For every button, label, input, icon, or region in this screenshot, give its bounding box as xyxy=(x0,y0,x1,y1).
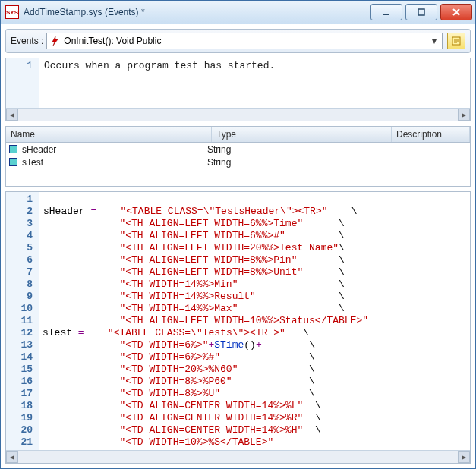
line-number: 4 xyxy=(6,230,33,242)
code-line[interactable]: "<TD WIDTH=8%>%P60" \ xyxy=(43,376,467,388)
minimize-button[interactable] xyxy=(370,4,402,20)
line-number: 16 xyxy=(6,376,33,388)
variable-table: Name Type Description sHeaderStringsTest… xyxy=(5,126,471,187)
code-line[interactable]: "<TH WIDTH=14%%>Max" \ xyxy=(43,303,467,315)
table-row[interactable]: sTestString xyxy=(6,156,470,168)
code-line[interactable]: "<TH ALIGN=LEFT WIDTH=8%%>Pin" \ xyxy=(43,254,467,266)
code-line[interactable]: "<TD WIDTH=20%>%N60" \ xyxy=(43,364,467,376)
code-line[interactable]: "<TH ALIGN=LEFT WIDTH=6%%>#" \ xyxy=(43,230,467,242)
code-line[interactable]: "<TH ALIGN=LEFT WIDTH=10%%>Status</TABLE… xyxy=(43,315,467,327)
line-number: 10 xyxy=(6,303,33,315)
scroll-right-icon[interactable]: ▸ xyxy=(458,451,470,463)
code-line[interactable]: "<TH WIDTH=14%%>Result" \ xyxy=(43,291,467,303)
code-gutter: 12345678910111213141516171819202122 xyxy=(6,192,39,463)
variable-rows: sHeaderStringsTestString xyxy=(6,143,470,168)
svg-rect-1 xyxy=(418,9,424,15)
line-number: 9 xyxy=(6,291,33,303)
scroll-track[interactable] xyxy=(18,451,458,463)
code-line[interactable]: "<TH ALIGN=LEFT WIDTH=6%%>Time" \ xyxy=(43,218,467,230)
line-number: 13 xyxy=(6,339,33,351)
description-editor[interactable]: 1 Occurs when a program test has started… xyxy=(5,58,471,121)
lightning-icon xyxy=(49,35,61,47)
line-number: 6 xyxy=(6,254,33,266)
table-row[interactable]: sHeaderString xyxy=(6,143,470,156)
close-button[interactable] xyxy=(440,4,472,20)
var-name: sTest xyxy=(22,157,207,168)
events-toolbar: Events : OnInitTest(): Void Public ▾ xyxy=(5,29,471,53)
line-number: 12 xyxy=(6,327,33,339)
scroll-left-icon[interactable]: ◂ xyxy=(6,451,18,463)
line-number: 2 xyxy=(6,206,33,218)
scroll-track[interactable] xyxy=(18,109,458,121)
code-line[interactable]: "<TD ALIGN=CENTER WIDTH=14%>%L" \ xyxy=(43,400,467,412)
col-name[interactable]: Name xyxy=(6,127,212,142)
code-line[interactable] xyxy=(43,194,467,206)
description-hscroll[interactable]: ◂ ▸ xyxy=(6,108,470,121)
var-type: String xyxy=(207,157,380,168)
var-type: String xyxy=(207,144,380,155)
line-number: 20 xyxy=(6,424,33,436)
events-label: Events : xyxy=(11,36,43,46)
code-line[interactable]: "<TD WIDTH=6%>%#" \ xyxy=(43,351,467,364)
close-icon xyxy=(451,8,462,17)
scroll-right-icon[interactable]: ▸ xyxy=(458,109,470,121)
line-number: 14 xyxy=(6,351,33,364)
note-button[interactable] xyxy=(447,33,465,49)
maximize-button[interactable] xyxy=(405,4,437,20)
line-number: 19 xyxy=(6,412,33,424)
code-editor[interactable]: 12345678910111213141516171819202122 sHea… xyxy=(5,191,471,464)
code-line[interactable]: "<TD WIDTH=10%>%S</TABLE>" xyxy=(43,436,467,449)
var-name: sHeader xyxy=(22,144,207,155)
code-line[interactable]: "<TH ALIGN=LEFT WIDTH=20%%>Test Name"\ xyxy=(43,242,467,254)
code-line[interactable]: sTest = "<TABLE CLASS=\"Tests\"><TR >" \ xyxy=(43,327,467,339)
code-line[interactable]: sHeader = "<TABLE CLASS=\"TestsHeader\">… xyxy=(43,206,467,218)
app-icon: SYS xyxy=(5,5,19,19)
line-number: 1 xyxy=(6,60,33,72)
line-number: 1 xyxy=(6,194,33,206)
maximize-icon xyxy=(416,8,427,17)
line-number: 21 xyxy=(6,436,33,449)
window-title: AddTimeStamp.sys (Events) * xyxy=(24,7,367,17)
variable-table-header: Name Type Description xyxy=(6,127,470,143)
code-line[interactable]: "<TD WIDTH=6%>"+STime()+ \ xyxy=(43,339,467,351)
code-line[interactable]: "<TH WIDTH=14%%>Min" \ xyxy=(43,279,467,291)
line-number: 5 xyxy=(6,242,33,254)
code-line[interactable]: "<TD ALIGN=CENTER WIDTH=14%>%R" \ xyxy=(43,412,467,424)
line-number: 3 xyxy=(6,218,33,230)
code-hscroll[interactable]: ◂ ▸ xyxy=(6,450,470,463)
line-number: 11 xyxy=(6,315,33,327)
chevron-down-icon: ▾ xyxy=(428,36,440,46)
scroll-left-icon[interactable]: ◂ xyxy=(6,109,18,121)
events-window: SYS AddTimeStamp.sys (Events) * Events :… xyxy=(0,0,476,469)
code-line[interactable]: "<TD WIDTH=8%>%U" \ xyxy=(43,388,467,400)
line-number: 17 xyxy=(6,388,33,400)
var-bullet-icon xyxy=(9,145,17,153)
col-type[interactable]: Type xyxy=(212,127,392,142)
code-line[interactable]: "<TH ALIGN=LEFT WIDTH=8%%>Unit" \ xyxy=(43,266,467,279)
line-number: 15 xyxy=(6,364,33,376)
events-selected: OnInitTest(): Void Public xyxy=(64,36,428,46)
events-dropdown[interactable]: OnInitTest(): Void Public ▾ xyxy=(46,33,443,49)
minimize-icon xyxy=(381,8,392,17)
line-number: 8 xyxy=(6,279,33,291)
line-number: 7 xyxy=(6,266,33,279)
code-line[interactable]: "<TD ALIGN=CENTER WIDTH=14%>%H" \ xyxy=(43,424,467,436)
note-icon xyxy=(451,36,462,46)
titlebar: SYS AddTimeStamp.sys (Events) * xyxy=(1,1,475,24)
var-bullet-icon xyxy=(9,158,17,166)
line-number: 18 xyxy=(6,400,33,412)
col-desc[interactable]: Description xyxy=(392,127,470,142)
code-content[interactable]: sHeader = "<TABLE CLASS=\"TestsHeader\">… xyxy=(39,192,470,463)
